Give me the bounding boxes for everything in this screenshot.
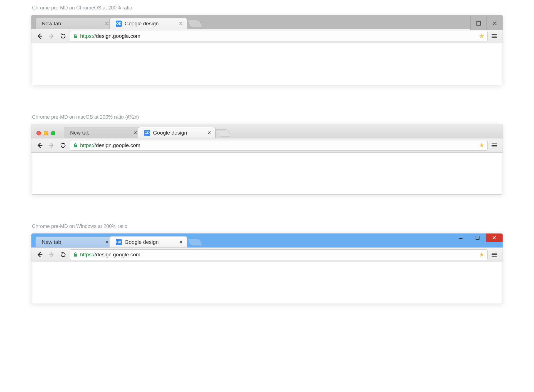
- new-tab-button[interactable]: [216, 129, 231, 137]
- hamburger-icon: [491, 142, 497, 148]
- arrow-left-icon: [36, 142, 43, 149]
- reload-button[interactable]: [58, 250, 68, 260]
- close-icon: [492, 21, 497, 26]
- menu-button[interactable]: [489, 250, 499, 260]
- tab-title: New tab: [42, 21, 61, 27]
- tab-google-design[interactable]: GD Google design ✕: [109, 236, 187, 247]
- url-text: https://design.google.com: [80, 252, 140, 258]
- browser-window-windows: New tab ✕ GD Google design ✕: [31, 233, 503, 304]
- minimize-icon: [459, 235, 463, 240]
- favicon-icon: GD: [144, 130, 150, 136]
- tab-google-design[interactable]: GD Google design ✕: [138, 127, 216, 138]
- toolbar: https://design.google.com ★: [31, 138, 503, 153]
- svg-rect-2: [74, 145, 77, 147]
- menu-button[interactable]: [489, 140, 499, 150]
- toolbar: https://design.google.com ★: [31, 247, 503, 262]
- new-tab-button[interactable]: [187, 20, 202, 27]
- svg-rect-0: [477, 21, 481, 25]
- close-tab-icon[interactable]: ✕: [105, 21, 109, 26]
- url-text: https://design.google.com: [80, 142, 140, 148]
- back-button[interactable]: [35, 31, 45, 41]
- address-bar[interactable]: https://design.google.com ★: [70, 249, 488, 260]
- tab-new-tab[interactable]: New tab ✕: [35, 236, 113, 247]
- square-icon: [476, 236, 479, 240]
- tab-title: New tab: [42, 239, 61, 245]
- bookmark-star-icon[interactable]: ★: [479, 142, 484, 149]
- zoom-window-button[interactable]: [51, 131, 55, 135]
- svg-rect-3: [476, 236, 479, 239]
- url-host: design.google.com: [96, 142, 140, 148]
- svg-rect-1: [74, 36, 77, 38]
- url-text: https://design.google.com: [80, 33, 140, 39]
- tab-strip: New tab ✕ GD Google design ✕: [31, 15, 503, 29]
- favicon-icon: GD: [116, 21, 122, 27]
- close-tab-icon[interactable]: ✕: [179, 240, 183, 245]
- browser-window-macos: New tab ✕ GD Google design ✕: [31, 124, 503, 195]
- url-scheme: https://: [80, 142, 96, 148]
- tab-new-tab[interactable]: New tab ✕: [64, 127, 142, 138]
- minimize-window-button[interactable]: [453, 234, 469, 242]
- arrow-left-icon: [36, 33, 43, 39]
- tab-title: Google design: [125, 21, 159, 27]
- forward-button[interactable]: [46, 31, 56, 41]
- close-window-button[interactable]: [486, 16, 503, 30]
- bookmark-star-icon[interactable]: ★: [479, 33, 484, 40]
- close-tab-icon[interactable]: ✕: [133, 130, 137, 135]
- tab-strip: New tab ✕ GD Google design ✕: [31, 234, 503, 247]
- forward-button[interactable]: [46, 250, 56, 260]
- reload-icon: [60, 142, 66, 148]
- svg-rect-4: [74, 254, 77, 257]
- menu-button[interactable]: [489, 31, 499, 41]
- page-content: [31, 153, 503, 194]
- forward-button[interactable]: [46, 140, 56, 150]
- tab-strip: New tab ✕ GD Google design ✕: [31, 124, 503, 138]
- close-window-button[interactable]: [486, 234, 503, 242]
- page-content: [31, 43, 503, 85]
- lock-icon: [73, 252, 78, 257]
- arrow-right-icon: [48, 142, 55, 149]
- reload-button[interactable]: [58, 140, 68, 150]
- address-bar[interactable]: https://design.google.com ★: [70, 140, 488, 151]
- maximize-window-button[interactable]: [469, 234, 486, 242]
- tab-title: Google design: [125, 239, 159, 245]
- close-tab-icon[interactable]: ✕: [207, 130, 211, 135]
- tab-title: New tab: [70, 130, 90, 136]
- tab-google-design[interactable]: GD Google design ✕: [109, 18, 187, 29]
- window-controls: [470, 18, 503, 29]
- close-icon: [492, 235, 496, 240]
- browser-window-chromeos: New tab ✕ GD Google design ✕: [31, 15, 503, 85]
- close-window-button[interactable]: [36, 131, 41, 135]
- maximize-button[interactable]: [470, 16, 486, 30]
- caption-windows: Chrome pre-MD on Windows at 200% ratio: [32, 224, 534, 229]
- minimize-window-button[interactable]: [44, 131, 48, 135]
- bookmark-star-icon[interactable]: ★: [479, 251, 484, 258]
- window-controls: [453, 234, 503, 242]
- traffic-lights: [36, 131, 55, 135]
- hamburger-icon: [491, 33, 497, 39]
- arrow-left-icon: [36, 251, 43, 258]
- back-button[interactable]: [35, 250, 45, 260]
- reload-button[interactable]: [58, 31, 68, 41]
- arrow-right-icon: [48, 251, 55, 258]
- lock-icon: [73, 34, 78, 39]
- new-tab-button[interactable]: [187, 239, 202, 246]
- lock-icon: [73, 143, 78, 148]
- url-host: design.google.com: [96, 252, 140, 257]
- arrow-right-icon: [48, 33, 55, 39]
- url-host: design.google.com: [96, 33, 140, 39]
- tab-title: Google design: [153, 130, 187, 136]
- reload-icon: [60, 252, 66, 258]
- close-tab-icon[interactable]: ✕: [179, 21, 183, 26]
- tab-new-tab[interactable]: New tab ✕: [35, 18, 113, 29]
- close-tab-icon[interactable]: ✕: [105, 240, 109, 245]
- square-icon: [476, 21, 481, 26]
- toolbar: https://design.google.com ★: [31, 29, 503, 43]
- caption-macos: Chrome pre-MD on macOS at 200% ratio (@2…: [32, 114, 534, 120]
- favicon-icon: GD: [116, 239, 122, 245]
- address-bar[interactable]: https://design.google.com ★: [70, 31, 488, 41]
- back-button[interactable]: [35, 140, 45, 150]
- caption-chromeos: Chrome pre-MD on ChromeOS at 200% ratio: [32, 5, 534, 11]
- url-scheme: https://: [80, 33, 96, 39]
- page-content: [31, 262, 503, 304]
- reload-icon: [60, 33, 66, 39]
